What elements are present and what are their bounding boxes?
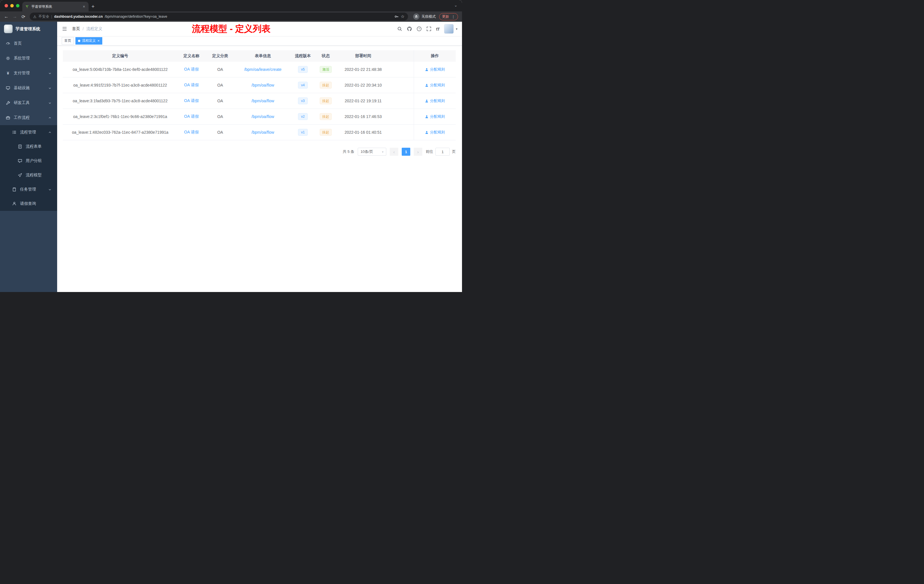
browser-update-button[interactable]: 更新 ⋮ bbox=[439, 13, 458, 20]
sidebar-item-leave-query[interactable]: 请假查询 bbox=[0, 196, 57, 211]
cell-definition-category: OA bbox=[205, 125, 235, 140]
goto-page-input[interactable] bbox=[436, 148, 450, 156]
avatar[interactable] bbox=[444, 24, 454, 34]
close-window-button[interactable] bbox=[5, 4, 8, 7]
security-warning-label[interactable]: 不安全 bbox=[39, 14, 50, 19]
navbar-actions: ? tT ▾ bbox=[397, 24, 457, 34]
sidebar-item-payment[interactable]: ¥ 支付管理 bbox=[0, 66, 57, 81]
user-avatar-dropdown[interactable]: ▾ bbox=[444, 24, 457, 34]
document-icon bbox=[18, 144, 22, 149]
assign-rule-link[interactable]: 分配规则 bbox=[425, 114, 445, 119]
prev-page-button[interactable]: ‹ bbox=[390, 148, 398, 156]
browser-window: 芋道管理系统 × + ⌄ ← → ⟳ ⚠ 不安全 | dashboard.yud… bbox=[0, 0, 462, 292]
sidebar-item-user-group[interactable]: 用户分组 bbox=[0, 154, 57, 168]
tag-home[interactable]: 首页 bbox=[62, 37, 74, 45]
cell-spacer bbox=[390, 78, 414, 93]
password-key-icon[interactable] bbox=[394, 14, 399, 19]
sidebar-item-workflow[interactable]: 工作流程 bbox=[0, 110, 57, 125]
sidebar-item-system[interactable]: 系统管理 bbox=[0, 51, 57, 66]
cell-process-version: v4 bbox=[291, 78, 315, 93]
cell-deploy-time: 2022-01-22 21:48:38 bbox=[337, 62, 390, 77]
page-size-select[interactable]: 10条/页 ▾ bbox=[358, 148, 386, 156]
form-info-link[interactable]: /bpm/oa/flow bbox=[251, 99, 274, 103]
definition-name-link[interactable]: OA 请假 bbox=[184, 114, 198, 119]
tag-close-icon[interactable]: × bbox=[97, 39, 100, 43]
sidebar-item-dev-tools[interactable]: 研发工具 bbox=[0, 96, 57, 110]
cell-form-info: /bpm/oa/flow bbox=[235, 125, 291, 140]
sidebar-item-task-management[interactable]: 任务管理 bbox=[0, 182, 57, 196]
header-status: 状态 bbox=[315, 50, 337, 62]
sidebar-item-label: 流程管理 bbox=[20, 130, 36, 135]
assign-rule-link[interactable]: 分配规则 bbox=[425, 82, 445, 88]
cell-process-version: v1 bbox=[291, 125, 315, 140]
cell-definition-category: OA bbox=[205, 93, 235, 109]
github-icon[interactable] bbox=[407, 26, 412, 31]
new-tab-button[interactable]: + bbox=[91, 3, 94, 10]
tag-process-definition[interactable]: 流程定义 × bbox=[76, 37, 102, 45]
font-size-icon[interactable]: tT bbox=[436, 26, 439, 31]
search-icon[interactable] bbox=[397, 26, 402, 31]
sidebar-item-process-management[interactable]: 流程管理 bbox=[0, 125, 57, 139]
gear-icon bbox=[6, 56, 10, 61]
back-button[interactable]: ← bbox=[2, 13, 10, 20]
definition-name-link[interactable]: OA 请假 bbox=[184, 67, 198, 72]
sidebar-item-label: 首页 bbox=[14, 41, 22, 46]
forward-button[interactable]: → bbox=[11, 13, 19, 20]
sidebar-item-home[interactable]: 首页 bbox=[0, 36, 57, 51]
sidebar-item-label: 用户分组 bbox=[26, 158, 42, 163]
sidebar-item-process-form[interactable]: 流程表单 bbox=[0, 139, 57, 154]
breadcrumb: 首页 / 流程定义 bbox=[72, 26, 102, 31]
sidebar-item-label: 支付管理 bbox=[14, 71, 30, 76]
version-badge: v5 bbox=[298, 66, 308, 73]
tab-close-icon[interactable]: × bbox=[82, 4, 86, 9]
paper-plane-icon bbox=[18, 173, 22, 177]
top-navbar: 首页 / 流程定义 流程模型 - 定义列表 ? bbox=[57, 22, 462, 36]
definition-name-link[interactable]: OA 请假 bbox=[184, 130, 198, 135]
version-badge: v2 bbox=[298, 113, 308, 120]
tab-search-icon[interactable]: ⌄ bbox=[454, 3, 457, 7]
assign-rule-link[interactable]: 分配规则 bbox=[425, 130, 445, 135]
reload-button[interactable]: ⟳ bbox=[20, 13, 27, 20]
table-row: oa_leave:3:1fad3d93-7b75-11ec-a3c8-acde4… bbox=[63, 93, 456, 109]
sidebar-item-process-model[interactable]: 流程模型 bbox=[0, 168, 57, 182]
person-icon bbox=[425, 130, 429, 134]
fullscreen-icon[interactable] bbox=[426, 26, 431, 31]
chevron-down-icon bbox=[48, 57, 51, 60]
chevron-down-icon bbox=[48, 188, 51, 191]
definition-name-link[interactable]: OA 请假 bbox=[184, 98, 198, 104]
browser-menu-kebab-icon[interactable]: ⋮ bbox=[451, 15, 455, 19]
tab-title: 芋道管理系统 bbox=[31, 4, 80, 9]
header-spacer bbox=[390, 50, 414, 62]
url-host: dashboard.yudao.iocoder.cn bbox=[54, 15, 102, 18]
page-number-1[interactable]: 1 bbox=[402, 148, 410, 156]
page-size-value: 10条/页 bbox=[361, 149, 373, 154]
chevron-down-icon bbox=[48, 101, 51, 105]
cell-actions: 分配规则 bbox=[414, 62, 456, 77]
address-bar[interactable]: ⚠ 不安全 | dashboard.yudao.iocoder.cn/bpm/m… bbox=[30, 13, 408, 21]
bookmark-star-icon[interactable]: ☆ bbox=[401, 14, 404, 19]
assign-rule-link[interactable]: 分配规则 bbox=[425, 67, 445, 72]
menu-fold-icon[interactable] bbox=[62, 26, 68, 32]
form-info-link[interactable]: /bpm/oa/flow bbox=[251, 130, 274, 135]
next-page-button[interactable]: › bbox=[414, 148, 422, 156]
form-info-link[interactable]: /bpm/oa/flow bbox=[251, 114, 274, 119]
maximize-window-button[interactable] bbox=[16, 4, 20, 7]
form-info-link[interactable]: /bpm/oa/flow bbox=[251, 83, 274, 87]
header-definition-id: 定义编号 bbox=[63, 50, 177, 62]
minimize-window-button[interactable] bbox=[10, 4, 14, 7]
definition-name-link[interactable]: OA 请假 bbox=[184, 82, 198, 88]
assign-rule-link[interactable]: 分配规则 bbox=[425, 98, 445, 104]
person-icon bbox=[425, 68, 429, 71]
browser-tab[interactable]: 芋道管理系统 × bbox=[22, 2, 89, 12]
breadcrumb-current: 流程定义 bbox=[86, 26, 102, 31]
table-header-row: 定义编号 定义名称 定义分类 表单信息 流程版本 状态 部署时间 操作 bbox=[63, 50, 456, 62]
sidebar-item-infrastructure[interactable]: 基础设施 bbox=[0, 81, 57, 96]
cell-definition-name: OA 请假 bbox=[177, 109, 205, 124]
breadcrumb-home[interactable]: 首页 bbox=[72, 26, 80, 31]
app-frame: 芋道管理系统 首页 系统管理 ¥ 支付管理 bbox=[0, 22, 462, 292]
cell-definition-name: OA 请假 bbox=[177, 78, 205, 93]
form-info-link[interactable]: /bpm/oa/leave/create bbox=[244, 67, 282, 72]
cell-deploy-time: 2022-01-16 17:46:53 bbox=[337, 109, 390, 124]
help-question-icon[interactable]: ? bbox=[417, 26, 422, 31]
version-badge: v4 bbox=[298, 82, 308, 89]
